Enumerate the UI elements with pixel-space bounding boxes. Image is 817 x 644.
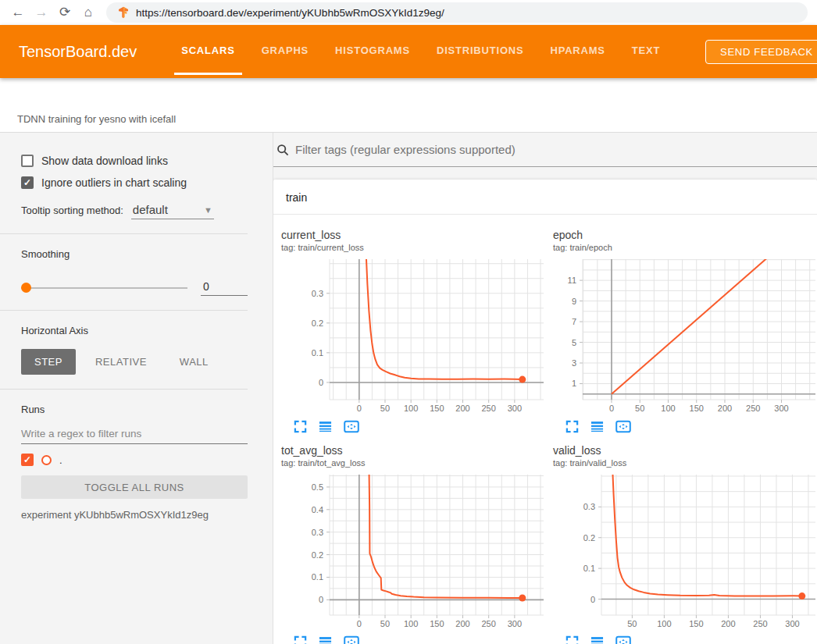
- svg-text:100: 100: [661, 404, 675, 413]
- tooltip-sorting-select[interactable]: default ▼: [131, 203, 214, 219]
- tab-scalars[interactable]: SCALARS: [168, 25, 248, 78]
- check-icon: ✓: [23, 178, 31, 187]
- svg-text:0.1: 0.1: [583, 564, 595, 573]
- svg-text:200: 200: [721, 619, 735, 628]
- svg-text:50: 50: [627, 619, 637, 628]
- svg-text:0.2: 0.2: [312, 318, 323, 328]
- svg-text:150: 150: [430, 619, 444, 628]
- svg-text:0: 0: [590, 595, 595, 604]
- forward-icon[interactable]: →: [30, 1, 53, 24]
- fit-domain-icon[interactable]: [615, 635, 631, 644]
- back-icon[interactable]: ←: [6, 1, 30, 24]
- tab-text[interactable]: TEXT: [619, 25, 673, 78]
- smoothing-value[interactable]: 0: [201, 280, 248, 296]
- svg-text:100: 100: [657, 619, 671, 628]
- svg-text:300: 300: [785, 619, 799, 628]
- svg-text:0.5: 0.5: [312, 482, 323, 492]
- tab-histograms[interactable]: HISTOGRAMS: [322, 25, 423, 78]
- log-scale-icon[interactable]: [319, 635, 332, 644]
- expand-icon[interactable]: [565, 420, 579, 433]
- run-row[interactable]: ✓ .: [21, 454, 248, 466]
- expand-icon[interactable]: [565, 635, 579, 644]
- divider: [0, 389, 248, 390]
- horizontal-axis-label: Horizontal Axis: [21, 325, 248, 336]
- line-chart-valid-loss[interactable]: 5010015020025030000.10.20.3: [551, 471, 817, 632]
- search-icon: [276, 144, 289, 156]
- expand-icon[interactable]: [294, 635, 307, 644]
- send-feedback-button[interactable]: SEND FEEDBACK: [705, 40, 817, 64]
- line-chart-current-loss[interactable]: 05010015020025030000.10.20.3: [280, 255, 545, 417]
- svg-text:1: 1: [572, 379, 576, 388]
- main-nav: SCALARS GRAPHS HISTOGRAMS DISTRIBUTIONS …: [168, 25, 673, 78]
- app-logo[interactable]: TensorBoard.dev: [19, 43, 137, 61]
- line-chart-epoch[interactable]: 0501001502002503001357911: [551, 255, 817, 417]
- tooltip-sorting-label: Tooltip sorting method:: [21, 205, 123, 219]
- ignore-outliers-checkbox[interactable]: ✓: [21, 176, 34, 189]
- chart-tag: tag: train/tot_avg_loss: [281, 458, 545, 468]
- svg-text:150: 150: [690, 404, 704, 413]
- svg-text:250: 250: [753, 619, 767, 628]
- app-header: TensorBoard.dev SCALARS GRAPHS HISTOGRAM…: [0, 25, 817, 78]
- fit-domain-icon[interactable]: [344, 635, 359, 644]
- smoothing-slider-thumb[interactable]: [21, 283, 31, 293]
- axis-wall-button[interactable]: WALL: [166, 349, 222, 375]
- svg-text:0: 0: [319, 378, 323, 387]
- svg-text:7: 7: [572, 317, 576, 326]
- axis-step-button[interactable]: STEP: [21, 349, 76, 375]
- svg-text:200: 200: [455, 619, 469, 628]
- axis-relative-button[interactable]: RELATIVE: [82, 349, 160, 375]
- tab-graphs[interactable]: GRAPHS: [248, 25, 322, 78]
- section-header-train[interactable]: train: [273, 180, 817, 215]
- tab-hparams[interactable]: HPARAMS: [537, 25, 618, 78]
- address-bar[interactable]: https://tensorboard.dev/experiment/yKUbh…: [106, 2, 808, 23]
- toggle-all-runs-button[interactable]: TOGGLE ALL RUNS: [21, 475, 248, 499]
- chart-tag: tag: train/valid_loss: [553, 458, 817, 468]
- svg-text:300: 300: [774, 404, 788, 413]
- chart-title: valid_loss: [553, 444, 817, 457]
- reload-icon[interactable]: ⟳: [53, 1, 77, 24]
- tab-distributions[interactable]: DISTRIBUTIONS: [423, 25, 537, 78]
- experiment-id: experiment yKUbhb5wRmOSXYkId1z9eg: [21, 509, 248, 521]
- svg-text:50: 50: [380, 619, 390, 628]
- show-download-links-label: Show data download links: [41, 155, 168, 167]
- experiment-bar: TDNN training for yesno with icefall: [0, 78, 817, 133]
- svg-text:5: 5: [572, 338, 576, 347]
- chart-card-valid-loss: valid_loss tag: train/valid_loss 5010015…: [551, 444, 817, 644]
- log-scale-icon[interactable]: [590, 635, 604, 644]
- svg-text:300: 300: [508, 619, 522, 628]
- svg-text:0.3: 0.3: [312, 528, 323, 537]
- ignore-outliers-label: Ignore outliers in chart scaling: [41, 176, 187, 189]
- check-icon: ✓: [23, 455, 31, 464]
- run-color-swatch: [41, 455, 52, 465]
- log-scale-icon[interactable]: [590, 420, 604, 433]
- show-download-links-row[interactable]: ✓ Show data download links: [21, 155, 248, 167]
- svg-text:100: 100: [404, 619, 418, 628]
- chart-card-tot-avg-loss: tot_avg_loss tag: train/tot_avg_loss 050…: [280, 444, 545, 644]
- svg-text:0.1: 0.1: [312, 572, 323, 582]
- svg-text:11: 11: [568, 276, 576, 285]
- home-icon[interactable]: ⌂: [77, 1, 100, 24]
- tag-filter-input[interactable]: [289, 143, 817, 156]
- chart-title: tot_avg_loss: [281, 444, 545, 457]
- ignore-outliers-row[interactable]: ✓ Ignore outliers in chart scaling: [21, 176, 248, 189]
- train-section-card: train current_loss tag: train/current_lo…: [273, 180, 817, 644]
- svg-text:0: 0: [609, 404, 614, 413]
- show-download-links-checkbox[interactable]: ✓: [21, 155, 34, 167]
- runs-filter-input[interactable]: [21, 423, 248, 444]
- expand-icon[interactable]: [294, 420, 307, 433]
- svg-text:0.2: 0.2: [583, 533, 595, 543]
- svg-text:250: 250: [746, 404, 760, 413]
- run-name: .: [59, 454, 62, 466]
- divider: [0, 233, 248, 234]
- smoothing-slider[interactable]: [21, 287, 187, 289]
- log-scale-icon[interactable]: [319, 420, 332, 433]
- svg-text:300: 300: [508, 404, 522, 413]
- line-chart-tot-avg-loss[interactable]: 05010015020025030000.10.20.30.40.5: [280, 471, 545, 632]
- chart-tag: tag: train/current_loss: [281, 243, 545, 252]
- runs-label: Runs: [21, 404, 248, 415]
- fit-domain-icon[interactable]: [615, 420, 631, 433]
- run-checkbox[interactable]: ✓: [21, 454, 34, 466]
- svg-text:0.3: 0.3: [583, 502, 595, 511]
- svg-text:0: 0: [357, 619, 362, 628]
- fit-domain-icon[interactable]: [344, 420, 359, 433]
